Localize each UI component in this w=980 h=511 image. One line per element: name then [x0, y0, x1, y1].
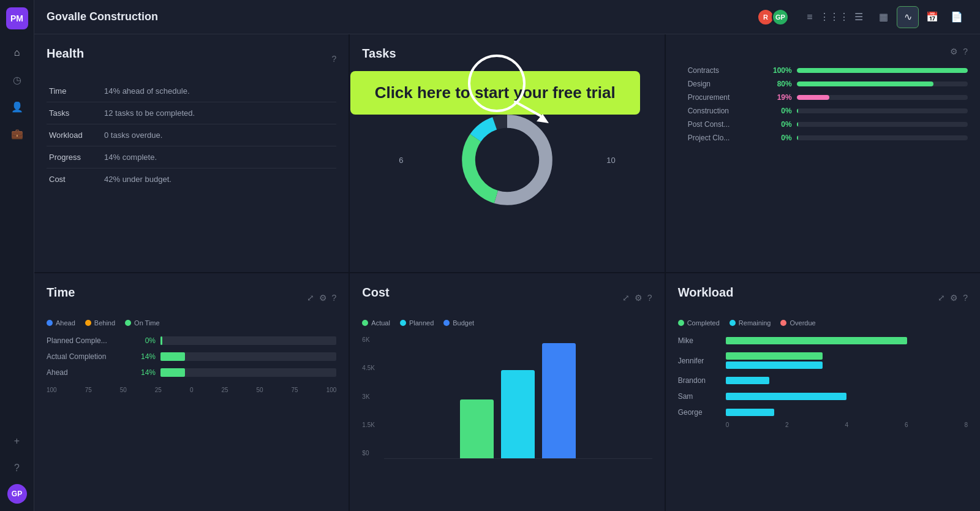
legend-budget: Budget [443, 319, 474, 327]
avatar-2: GP [772, 9, 789, 26]
workload-legend: Completed Remaining Overdue [678, 319, 968, 327]
board-view-btn[interactable]: ☰ [848, 6, 870, 28]
health-label-tasks: Tasks [47, 102, 102, 124]
tasks-bars-panel: ⚙ ? Contracts 100% Design 80% [666, 34, 980, 272]
health-panel-icons: ? [332, 54, 337, 64]
time-row-planned: Planned Comple... 0% [47, 336, 336, 345]
cost-bar-actual [460, 399, 494, 458]
cost-help-icon[interactable]: ? [647, 293, 652, 303]
workload-row-sam: Sam [678, 392, 968, 401]
cost-chart-area: 6K 4.5K 3K 1.5K $0 [362, 336, 652, 459]
tasks-bars-help-icon[interactable]: ? [963, 47, 968, 56]
tasks-bars-header: ⚙ ? [678, 47, 968, 56]
header: Govalle Construction R GP ≡ ⋮⋮⋮ ☰ ▦ ∿ 📅 … [34, 0, 980, 34]
time-panel: Time ⤢ ⚙ ? Ahead Behind On Tim [34, 273, 349, 511]
sam-remaining-bar [726, 393, 847, 400]
tasks-panel: Tasks Click here to start your free tria… [350, 34, 664, 272]
tasks-bar-project-close: Project Clo... 0% [688, 134, 968, 142]
avatar[interactable]: GP [7, 484, 27, 504]
time-legend: Ahead Behind On Time [47, 319, 336, 327]
cost-title: Cost [362, 286, 389, 300]
list-view-btn[interactable]: ≡ [799, 6, 821, 28]
health-title: Health [47, 47, 84, 61]
page-title: Govalle Construction [47, 10, 750, 23]
tasks-panel-header: Tasks [362, 47, 652, 70]
tasks-bars-icons: ⚙ ? [950, 47, 968, 56]
donut-label-right: 10 [606, 156, 615, 165]
health-row-tasks: Tasks 12 tasks to be completed. [47, 102, 336, 124]
workload-expand-icon[interactable]: ⤢ [938, 293, 945, 303]
workload-title: Workload [678, 286, 734, 300]
health-value-progress: 14% complete. [102, 146, 336, 168]
calendar-view-btn[interactable]: 📅 [921, 6, 943, 28]
health-value-cost: 42% under budget. [102, 168, 336, 191]
time-title: Time [47, 286, 75, 300]
jennifer-completed-bar [726, 352, 823, 360]
workload-help-icon[interactable]: ? [963, 293, 968, 303]
workload-x-axis: 0 2 4 6 8 [678, 422, 968, 428]
cost-bar-planned [501, 370, 535, 458]
health-value-workload: 0 tasks overdue. [102, 124, 336, 146]
workload-chart-rows: Mike Jennifer Brandon [678, 336, 968, 417]
tasks-progress-bars: Contracts 100% Design 80% Procuremen [678, 66, 968, 142]
workload-settings-icon[interactable]: ⚙ [950, 293, 958, 303]
cost-panel-header: Cost ⤢ ⚙ ? [362, 286, 652, 309]
sidebar-item-history[interactable]: ◷ [6, 69, 28, 91]
time-settings-icon[interactable]: ⚙ [319, 293, 327, 303]
health-label-workload: Workload [47, 124, 102, 146]
gantt-view-btn[interactable]: ⋮⋮⋮ [823, 6, 845, 28]
sidebar-item-add[interactable]: + [6, 430, 28, 452]
health-label-progress: Progress [47, 146, 102, 168]
grid-view-btn[interactable]: ▦ [872, 6, 894, 28]
legend-behind: Behind [85, 319, 115, 327]
health-value-tasks: 12 tasks to be completed. [102, 102, 336, 124]
time-x-axis: 100 75 50 25 0 25 50 75 100 [47, 387, 336, 393]
donut-svg [452, 105, 562, 215]
cost-panel-icons: ⤢ ⚙ ? [622, 293, 652, 303]
tasks-bars-settings-icon[interactable]: ⚙ [950, 47, 958, 56]
health-value-time: 14% ahead of schedule. [102, 80, 336, 102]
time-panel-icons: ⤢ ⚙ ? [307, 293, 337, 303]
sidebar-item-portfolio[interactable]: 💼 [6, 123, 28, 145]
jennifer-remaining-bar [726, 361, 823, 369]
health-label-time: Time [47, 80, 102, 102]
time-chart-rows: Planned Comple... 0% Actual Completion 1… [47, 336, 336, 377]
health-row-progress: Progress 14% complete. [47, 146, 336, 168]
cost-legend: Actual Planned Budget [362, 319, 652, 327]
workload-row-george: George [678, 408, 968, 417]
cost-panel: Cost ⤢ ⚙ ? Actual Planned Budg [350, 273, 664, 511]
legend-remaining: Remaining [729, 319, 771, 327]
dashboard: Health ? Time 14% ahead of schedule. Tas… [34, 34, 980, 511]
docs-view-btn[interactable]: 📄 [946, 6, 968, 28]
free-trial-banner[interactable]: Click here to start your free trial [350, 71, 640, 115]
mike-completed-bar [726, 337, 907, 344]
cost-settings-icon[interactable]: ⚙ [635, 293, 643, 303]
dashboard-view-btn[interactable]: ∿ [897, 6, 919, 28]
cost-bar-budget [542, 343, 576, 458]
sidebar-item-people[interactable]: 👤 [6, 96, 28, 118]
cost-y-axis: 6K 4.5K 3K 1.5K $0 [362, 336, 384, 459]
project-avatars: R GP [760, 9, 789, 26]
main-area: Govalle Construction R GP ≡ ⋮⋮⋮ ☰ ▦ ∿ 📅 … [34, 0, 980, 511]
legend-actual: Actual [362, 319, 390, 327]
tasks-bar-design: Design 80% [688, 80, 968, 88]
health-row-time: Time 14% ahead of schedule. [47, 80, 336, 102]
app-logo[interactable]: PM [6, 7, 28, 29]
sidebar-item-help[interactable]: ? [6, 457, 28, 479]
cost-expand-icon[interactable]: ⤢ [622, 293, 630, 303]
health-row-cost: Cost 42% under budget. [47, 168, 336, 191]
health-help-icon[interactable]: ? [332, 54, 337, 64]
cost-bars [384, 336, 652, 459]
sidebar-item-home[interactable]: ⌂ [6, 42, 28, 64]
health-panel: Health ? Time 14% ahead of schedule. Tas… [34, 34, 349, 272]
time-row-ahead: Ahead 14% [47, 368, 336, 377]
tasks-bar-construction: Construction 0% [688, 107, 968, 115]
health-row-workload: Workload 0 tasks overdue. [47, 124, 336, 146]
time-expand-icon[interactable]: ⤢ [307, 293, 314, 303]
workload-panel-icons: ⤢ ⚙ ? [938, 293, 968, 303]
legend-overdue: Overdue [780, 319, 815, 327]
health-panel-header: Health ? [47, 47, 336, 70]
tasks-bar-contracts: Contracts 100% [688, 66, 968, 75]
time-help-icon[interactable]: ? [332, 293, 337, 303]
workload-panel-header: Workload ⤢ ⚙ ? [678, 286, 968, 309]
